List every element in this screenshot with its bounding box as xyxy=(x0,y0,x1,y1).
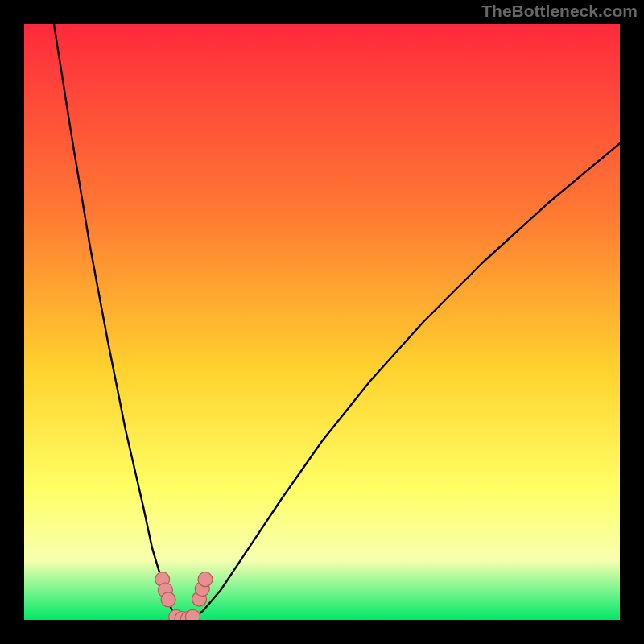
gradient-background xyxy=(24,24,620,620)
data-marker xyxy=(161,592,175,607)
plot-area xyxy=(24,24,620,620)
chart-container: TheBottleneck.com xyxy=(0,0,644,644)
chart-svg xyxy=(24,24,620,620)
data-marker xyxy=(198,572,213,587)
data-marker xyxy=(185,609,200,620)
attribution-text: TheBottleneck.com xyxy=(481,2,638,21)
